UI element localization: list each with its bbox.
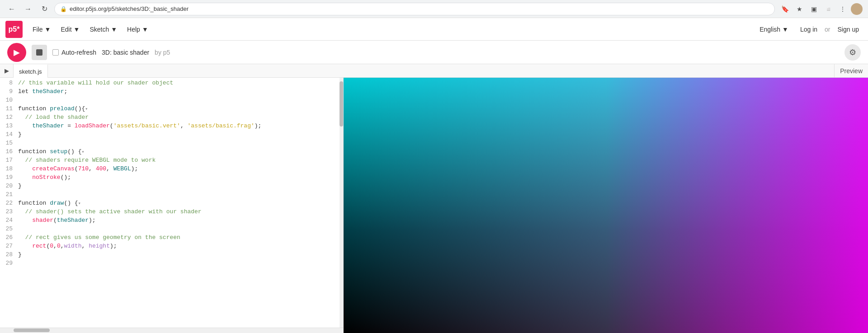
extension-button[interactable]: ▣ — [807, 3, 820, 15]
code-line-13: theShader = loadShader('assets/basic.ver… — [18, 122, 340, 130]
bookmark-button[interactable]: 🔖 — [778, 3, 791, 15]
lang-arrow: ▼ — [782, 26, 788, 33]
code-line-25 — [18, 225, 340, 233]
code-line-23: // shader() sets the active shader with … — [18, 207, 340, 216]
sketch-menu-arrow: ▼ — [111, 26, 117, 33]
nav-right: English ▼ Log in or Sign up — [755, 23, 863, 36]
help-menu-arrow: ▼ — [142, 26, 148, 33]
back-button[interactable]: ← — [5, 3, 18, 15]
preview-panel — [344, 78, 868, 333]
browser-bar: ← → ↻ 🔒 editor.p5js.org/p5/sketches/3D:_… — [0, 0, 868, 18]
code-line-22: function draw() {▾ — [18, 199, 340, 207]
fold-arrow-16[interactable]: ▾ — [81, 150, 84, 155]
vertical-scrollbar[interactable] — [340, 78, 343, 328]
code-line-24: shader(theShader); — [18, 216, 340, 225]
code-line-26: // rect gives us some geometry on the sc… — [18, 233, 340, 242]
shader-bg-layer3 — [344, 78, 868, 333]
star-button[interactable]: ★ — [793, 3, 806, 15]
code-line-29 — [18, 259, 340, 267]
editor-preview-split: 8 9 10 11 12 13 14 15 16 17 18 19 20 21 … — [0, 78, 868, 333]
expand-icon: ▶ — [5, 67, 9, 74]
or-separator: or — [825, 26, 830, 33]
stop-icon — [36, 49, 42, 56]
code-line-9: let theShader; — [18, 87, 340, 96]
edit-menu[interactable]: Edit ▼ — [56, 23, 84, 36]
p5-logo: p5* — [5, 21, 23, 38]
forward-button[interactable]: → — [22, 3, 34, 15]
horizontal-scrollbar-thumb[interactable] — [14, 328, 50, 332]
code-line-27: rect(0,0,width, height); — [18, 242, 340, 250]
settings-button[interactable]: ⚙ — [844, 44, 861, 61]
code-line-14: } — [18, 130, 340, 139]
fold-arrow-11[interactable]: ▾ — [85, 107, 88, 112]
code-lines: // this variable will hold our shader ob… — [16, 78, 340, 328]
split-view-button[interactable]: ◽ — [822, 3, 835, 15]
horizontal-scrollbar-area[interactable] — [0, 328, 343, 333]
signup-button[interactable]: Sign up — [834, 23, 863, 36]
code-line-12: // load the shader — [18, 113, 340, 122]
login-button[interactable]: Log in — [797, 23, 821, 36]
code-line-15 — [18, 139, 340, 147]
scrollbar-thumb[interactable] — [340, 81, 343, 127]
code-line-11: function preload(){▾ — [18, 104, 340, 113]
sketch-author: by p5 — [155, 49, 170, 56]
menu-button[interactable]: ⋮ — [836, 3, 849, 15]
refresh-button[interactable]: ↻ — [38, 3, 51, 15]
file-menu-arrow: ▼ — [45, 26, 51, 33]
code-line-16: function setup() {▾ — [18, 147, 340, 156]
code-line-20: } — [18, 182, 340, 190]
toolbar: ▶ Auto-refresh 3D: basic shader by p5 ⚙ — [0, 41, 868, 64]
play-button[interactable]: ▶ — [7, 43, 26, 62]
help-menu[interactable]: Help ▼ — [123, 23, 153, 36]
code-line-18: createCanvas(710, 400, WEBGL); — [18, 164, 340, 173]
browser-actions: 🔖 ★ ▣ ◽ ⋮ — [778, 3, 863, 15]
profile-avatar[interactable] — [851, 3, 863, 15]
sketch-title: 3D: basic shader — [102, 49, 149, 56]
line-numbers: 8 9 10 11 12 13 14 15 16 17 18 19 20 21 … — [0, 78, 16, 328]
address-bar[interactable]: 🔒 editor.p5js.org/p5/sketches/3D:_basic_… — [54, 3, 775, 15]
code-line-10 — [18, 96, 340, 104]
code-line-8: // this variable will hold our shader ob… — [18, 79, 340, 87]
code-content: 8 9 10 11 12 13 14 15 16 17 18 19 20 21 … — [0, 78, 343, 328]
tab-spacer — [48, 64, 835, 77]
stop-button[interactable] — [32, 45, 47, 60]
file-tab-sketchjs[interactable]: sketch.js — [14, 64, 48, 78]
code-line-28: } — [18, 250, 340, 259]
fold-arrow-22[interactable]: ▾ — [78, 201, 81, 206]
code-editor[interactable]: 8 9 10 11 12 13 14 15 16 17 18 19 20 21 … — [0, 78, 344, 333]
code-line-21 — [18, 190, 340, 199]
file-tabs-container: ▶ sketch.js Preview — [0, 64, 868, 78]
file-menu[interactable]: File ▼ — [28, 23, 55, 36]
code-line-17: // shaders require WEBGL mode to work — [18, 156, 340, 164]
url-text: editor.p5js.org/p5/sketches/3D:_basic_sh… — [70, 5, 189, 12]
edit-menu-arrow: ▼ — [74, 26, 80, 33]
main-area: ▶ sketch.js Preview 8 9 10 11 12 13 14 1… — [0, 64, 868, 333]
preview-canvas — [344, 78, 868, 333]
preview-header: Preview — [834, 64, 868, 77]
sketch-menu[interactable]: Sketch ▼ — [85, 23, 122, 36]
app-nav: File ▼ Edit ▼ Sketch ▼ Help ▼ — [28, 23, 755, 36]
auto-refresh-checkbox[interactable] — [52, 49, 59, 56]
code-line-19: noStroke(); — [18, 173, 340, 182]
lock-icon: 🔒 — [60, 6, 67, 12]
auto-refresh-label[interactable]: Auto-refresh — [52, 49, 96, 56]
sidebar-toggle[interactable]: ▶ — [0, 64, 14, 77]
app-header: p5* File ▼ Edit ▼ Sketch ▼ Help ▼ Englis… — [0, 18, 868, 41]
language-button[interactable]: English ▼ — [755, 23, 793, 36]
